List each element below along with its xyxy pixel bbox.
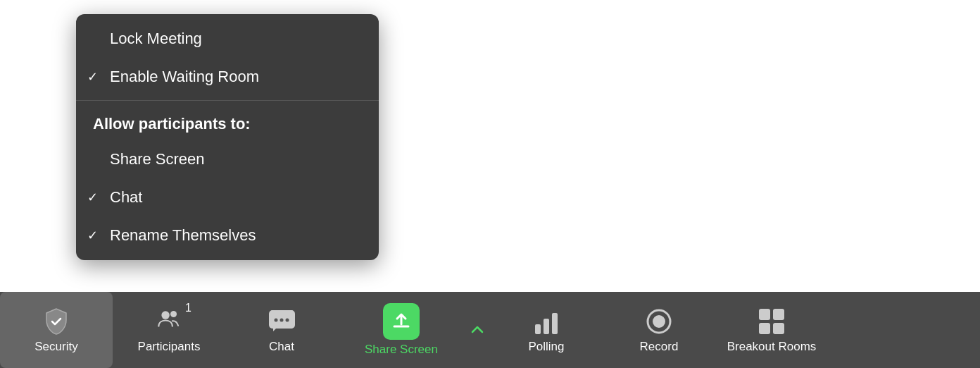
svg-rect-7 xyxy=(544,319,549,334)
polling-label: Polling xyxy=(528,340,564,354)
chat-icon xyxy=(266,306,297,337)
svg-point-5 xyxy=(286,319,289,322)
lock-meeting-item[interactable]: Lock Meeting xyxy=(76,20,379,58)
polling-icon xyxy=(531,306,562,337)
svg-rect-12 xyxy=(773,309,784,320)
share-screen-toolbar-label: Share Screen xyxy=(365,343,438,357)
record-label: Record xyxy=(640,340,679,354)
lock-meeting-label: Lock Meeting xyxy=(110,30,202,48)
share-screen-chevron[interactable] xyxy=(465,292,490,368)
toolbar-security[interactable]: Security xyxy=(0,292,113,368)
chat-toolbar-label: Chat xyxy=(269,340,294,354)
share-screen-item[interactable]: Share Screen xyxy=(76,140,379,178)
enable-waiting-room-label: Enable Waiting Room xyxy=(110,68,259,86)
svg-rect-14 xyxy=(773,323,784,334)
toolbar-share-screen[interactable]: Share Screen xyxy=(338,292,465,368)
svg-point-0 xyxy=(161,311,169,319)
share-screen-label: Share Screen xyxy=(110,150,205,168)
security-dropdown: Lock Meeting ✓ Enable Waiting Room Allow… xyxy=(76,14,379,260)
rename-themselves-label: Rename Themselves xyxy=(110,226,256,245)
security-label: Security xyxy=(34,340,77,354)
toolbar-chat[interactable]: Chat xyxy=(225,292,338,368)
toolbar-record[interactable]: Record xyxy=(603,292,715,368)
svg-rect-13 xyxy=(759,323,770,334)
share-screen-icon xyxy=(391,311,412,332)
toolbar-participants[interactable]: 1 Participants xyxy=(113,292,225,368)
svg-point-10 xyxy=(653,315,665,328)
chat-label: Chat xyxy=(110,188,142,207)
enable-waiting-room-item[interactable]: ✓ Enable Waiting Room xyxy=(76,58,379,96)
waiting-room-check-icon: ✓ xyxy=(87,69,98,85)
chat-check-icon: ✓ xyxy=(87,190,98,205)
share-screen-group: Share Screen xyxy=(338,292,490,368)
main-content: Lock Meeting ✓ Enable Waiting Room Allow… xyxy=(0,0,980,292)
participants-icon xyxy=(156,306,182,331)
chat-item[interactable]: ✓ Chat xyxy=(76,178,379,216)
security-icon xyxy=(41,306,72,337)
svg-point-4 xyxy=(280,319,284,322)
svg-rect-8 xyxy=(552,313,558,334)
svg-rect-6 xyxy=(535,324,541,334)
svg-point-3 xyxy=(275,319,278,322)
rename-themselves-item[interactable]: ✓ Rename Themselves xyxy=(76,216,379,254)
toolbar-polling[interactable]: Polling xyxy=(490,292,603,368)
chevron-up-icon xyxy=(471,325,484,335)
toolbar-breakout-rooms[interactable]: Breakout Rooms xyxy=(715,292,828,368)
svg-point-1 xyxy=(170,311,177,317)
breakout-rooms-icon xyxy=(756,306,787,337)
participants-badge: 1 xyxy=(185,302,191,314)
record-icon xyxy=(643,306,674,337)
allow-participants-header: Allow participants to: xyxy=(76,105,379,140)
toolbar: Security 1 Participants Chat xyxy=(0,292,980,368)
participants-label: Participants xyxy=(138,340,201,354)
menu-divider xyxy=(76,100,379,101)
rename-check-icon: ✓ xyxy=(87,228,98,243)
svg-rect-11 xyxy=(759,309,770,320)
breakout-rooms-label: Breakout Rooms xyxy=(727,340,817,354)
